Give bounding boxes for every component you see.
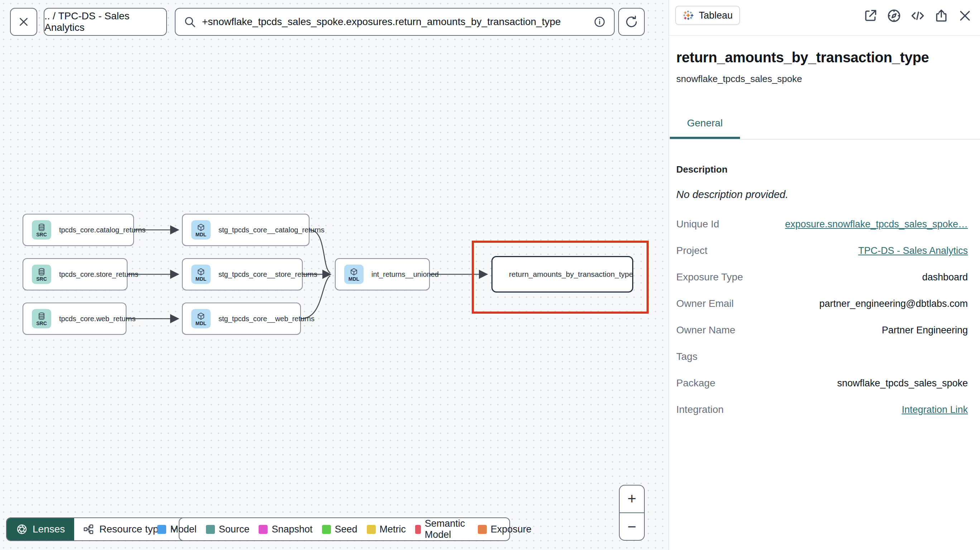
dbt-explorer-app: .. / TPC-DS - Sales Analytics SRC (0, 0, 980, 550)
hierarchy-icon (83, 523, 94, 535)
badge-label: SRC (36, 232, 47, 237)
legend-item-semantic-model: Semantic Model (415, 518, 469, 540)
refresh-lineage-button[interactable] (618, 8, 645, 36)
cube-icon (197, 223, 205, 232)
badge-label: SRC (36, 321, 47, 326)
badge-label: MDL (196, 232, 206, 237)
legend-label: Model (170, 524, 197, 535)
model-swatch (157, 525, 166, 534)
integration-link[interactable]: Integration Link (902, 404, 968, 415)
lineage-canvas[interactable]: .. / TPC-DS - Sales Analytics SRC (0, 0, 668, 550)
zoom-in-button[interactable]: + (620, 486, 644, 512)
detail-label: Owner Name (676, 324, 735, 336)
unique-id-link[interactable]: exposure.snowflake_tpcds_sales_spoke… (785, 219, 968, 230)
detail-label: Unique Id (676, 218, 719, 230)
model-badge: MDL (191, 220, 211, 240)
detail-label: Exposure Type (676, 272, 743, 283)
database-icon (37, 267, 46, 276)
refresh-icon (624, 15, 639, 29)
source-badge: SRC (32, 309, 51, 328)
legend-item-exposure: Exposure (478, 524, 531, 535)
zoom-out-button[interactable]: − (620, 513, 644, 540)
tableau-logo-icon (682, 9, 695, 21)
detail-label: Package (676, 377, 715, 389)
node-return-amounts-by-transaction-type[interactable]: return_amounts_by_transaction_type (492, 256, 633, 292)
tool-badge-label: Tableau (699, 10, 733, 21)
lenses-button[interactable]: Lenses (7, 518, 74, 540)
external-link-icon[interactable] (862, 8, 878, 24)
exposure-package-subtitle: snowflake_tpcds_sales_spoke (676, 73, 968, 84)
node-stg-tpcds-core-catalog-returns[interactable]: MDL stg_tpcds_core__catalog_returns (182, 214, 309, 246)
resource-legend: Model Source Snapshot Seed Metric Semant… (179, 517, 510, 541)
node-label: tpcds_core.store_returns (59, 270, 138, 278)
node-int-returns-unioned[interactable]: MDL int_returns__unioned (335, 258, 430, 290)
node-tpcds-core-store-returns[interactable]: SRC tpcds_core.store_returns (22, 258, 127, 290)
info-icon[interactable] (593, 15, 606, 28)
badge-label: MDL (196, 277, 206, 281)
legend-label: Metric (380, 524, 406, 535)
panel-actions (862, 8, 973, 24)
detail-row-owner-email: Owner Email partner_engineering@dbtlabs.… (676, 298, 968, 309)
source-badge: SRC (32, 265, 51, 284)
share-icon[interactable] (934, 8, 949, 24)
panel-title-block: return_amounts_by_transaction_type snowf… (669, 36, 980, 84)
database-icon (37, 312, 46, 321)
lineage-search[interactable] (175, 8, 615, 36)
badge-label: SRC (36, 277, 47, 281)
tableau-tool-badge[interactable]: Tableau (675, 6, 740, 25)
node-label: stg_tpcds_core__web_returns (218, 315, 315, 323)
panel-content: Description No description provided. Uni… (669, 140, 980, 415)
badge-label: MDL (348, 277, 359, 281)
node-label: tpcds_core.catalog_returns (59, 226, 145, 234)
search-input[interactable] (202, 16, 587, 27)
code-icon[interactable] (910, 8, 926, 24)
node-tpcds-core-web-returns[interactable]: SRC tpcds_core.web_returns (22, 302, 126, 335)
detail-row-exposure-type: Exposure Type dashboard (676, 272, 968, 283)
close-lineage-button[interactable] (10, 8, 37, 36)
legend-item-source: Source (206, 524, 250, 535)
node-stg-tpcds-core-store-returns[interactable]: MDL stg_tpcds_core__store_returns (182, 258, 303, 290)
node-label: tpcds_core.web_returns (59, 315, 135, 323)
node-stg-tpcds-core-web-returns[interactable]: MDL stg_tpcds_core__web_returns (182, 302, 301, 335)
legend-item-seed: Seed (322, 524, 358, 535)
owner-email-value: partner_engineering@dbtlabs.com (819, 298, 968, 309)
detail-row-tags: Tags (676, 351, 968, 362)
lenses-label: Lenses (33, 523, 65, 535)
node-label: int_returns__unioned (371, 270, 439, 278)
detail-label: Owner Email (676, 298, 733, 309)
project-link[interactable]: TPC-DS - Sales Analytics (858, 245, 968, 256)
description-label: Description (676, 164, 968, 175)
snapshot-swatch (259, 525, 267, 534)
seed-swatch (322, 525, 331, 534)
close-panel-icon[interactable] (957, 8, 973, 24)
cube-icon (350, 267, 358, 276)
exposure-title: return_amounts_by_transaction_type (676, 49, 968, 65)
legend-label: Source (219, 524, 250, 535)
tab-general[interactable]: General (670, 118, 740, 139)
compass-icon[interactable] (886, 8, 902, 24)
description-value: No description provided. (676, 189, 968, 200)
legend-item-model: Model (157, 524, 197, 535)
detail-row-project: Project TPC-DS - Sales Analytics (676, 245, 968, 256)
model-badge: MDL (344, 265, 364, 284)
detail-label: Project (676, 245, 708, 256)
legend-label: Snapshot (272, 524, 312, 535)
metric-swatch (367, 525, 376, 534)
detail-row-unique-id: Unique Id exposure.snowflake_tpcds_sales… (676, 218, 968, 230)
legend-label: Seed (335, 524, 358, 535)
detail-row-owner-name: Owner Name Partner Engineering (676, 324, 968, 336)
detail-row-package: Package snowflake_tpcds_sales_spoke (676, 377, 968, 389)
panel-tabs: General (669, 118, 980, 140)
semantic-model-swatch (415, 525, 421, 534)
legend-label: Exposure (491, 524, 531, 535)
breadcrumb-label: .. / TPC-DS - Sales Analytics (45, 10, 166, 33)
package-value: snowflake_tpcds_sales_spoke (837, 378, 968, 389)
cube-icon (197, 267, 205, 276)
zoom-control: + − (619, 485, 645, 541)
node-tpcds-core-catalog-returns[interactable]: SRC tpcds_core.catalog_returns (22, 214, 134, 246)
database-icon (37, 223, 46, 232)
exposure-type-value: dashboard (922, 272, 968, 283)
breadcrumb[interactable]: .. / TPC-DS - Sales Analytics (44, 8, 167, 36)
legend-item-snapshot: Snapshot (259, 524, 312, 535)
resource-type-label: Resource type (99, 523, 164, 535)
